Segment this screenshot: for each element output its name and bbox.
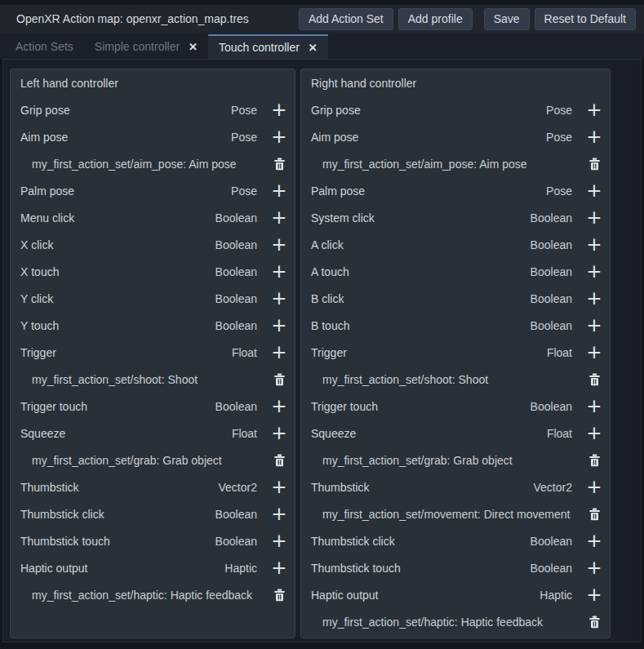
add-binding-button[interactable]: + — [267, 529, 291, 553]
plus-icon: + — [271, 343, 286, 362]
plus-icon: + — [271, 424, 286, 442]
plus-icon: + — [271, 262, 286, 281]
add-binding-button[interactable]: + — [267, 125, 291, 149]
action-label: Haptic output — [309, 589, 540, 602]
tab-action-sets[interactable]: Action Sets — [5, 34, 84, 59]
tab-touch-controller[interactable]: Touch controller ✕ — [208, 34, 328, 59]
delete-binding-button[interactable] — [267, 367, 291, 392]
add-binding-button[interactable]: + — [582, 475, 606, 500]
add-binding-button[interactable]: + — [582, 98, 606, 122]
delete-binding-button[interactable] — [267, 448, 291, 473]
close-tab-icon[interactable]: ✕ — [189, 42, 198, 52]
add-binding-button[interactable]: + — [582, 260, 606, 284]
binding-row: my_first_action_set/grab: Grab object — [19, 447, 291, 473]
action-label: Grip pose — [19, 104, 231, 117]
delete-binding-button[interactable] — [582, 152, 606, 176]
plus-icon: + — [586, 424, 602, 442]
close-tab-icon[interactable]: ✕ — [309, 42, 318, 53]
add-binding-button[interactable]: + — [582, 394, 606, 419]
action-row: Y click Boolean + — [19, 285, 291, 312]
add-binding-button[interactable]: + — [267, 313, 291, 338]
action-type-label: Boolean — [531, 238, 572, 251]
action-row: A click Boolean + — [309, 231, 606, 258]
tab-simple-controller[interactable]: Simple controller ✕ — [84, 34, 208, 59]
action-label: Trigger touch — [309, 400, 531, 413]
plus-icon: + — [271, 478, 286, 496]
add-binding-button[interactable]: + — [267, 421, 291, 446]
add-profile-button[interactable]: Add profile — [398, 8, 473, 30]
right-hand-rows: Grip pose Pose + Aim pose Pose + my_firs… — [309, 96, 606, 635]
plus-icon: + — [271, 127, 286, 146]
binding-label: my_first_action_set/aim_pose: Aim pose — [309, 158, 582, 171]
trash-icon — [588, 454, 601, 467]
action-type-label: Boolean — [215, 508, 257, 521]
binding-label: my_first_action_set/haptic: Haptic feedb… — [309, 616, 582, 629]
add-binding-button[interactable]: + — [582, 287, 606, 311]
add-binding-button[interactable]: + — [267, 98, 291, 122]
add-binding-button[interactable]: + — [267, 556, 291, 580]
action-row: Haptic output Haptic + — [309, 581, 606, 608]
plus-icon: + — [271, 531, 286, 550]
action-row: Thumbstick touch Boolean + — [19, 527, 291, 554]
binding-label: my_first_action_set/haptic: Haptic feedb… — [19, 589, 267, 602]
action-type-label: Pose — [546, 184, 572, 198]
action-label: Palm pose — [309, 184, 546, 198]
action-label: Trigger — [19, 346, 232, 359]
add-binding-button[interactable]: + — [582, 583, 606, 607]
add-binding-button[interactable]: + — [267, 260, 291, 284]
action-row: Grip pose Pose + — [19, 96, 291, 123]
action-label: Aim pose — [309, 131, 546, 144]
panel-title: Right hand controller — [309, 69, 606, 96]
add-binding-button[interactable]: + — [582, 556, 606, 580]
add-binding-button[interactable]: + — [582, 313, 606, 338]
action-row: Haptic output Haptic + — [19, 554, 291, 581]
add-binding-button[interactable]: + — [582, 529, 606, 553]
action-type-label: Boolean — [531, 535, 572, 548]
delete-binding-button[interactable] — [582, 610, 606, 634]
add-action-set-button[interactable]: Add Action Set — [299, 8, 393, 30]
tab-bar: Action Sets Simple controller ✕ Touch co… — [0, 33, 644, 59]
add-binding-button[interactable]: + — [267, 233, 291, 257]
add-binding-button[interactable]: + — [267, 394, 291, 419]
add-binding-button[interactable]: + — [582, 421, 606, 446]
plus-icon: + — [271, 505, 286, 523]
add-binding-button[interactable]: + — [267, 287, 291, 311]
trash-icon — [273, 589, 286, 602]
action-label: Grip pose — [309, 104, 546, 117]
add-binding-button[interactable]: + — [267, 179, 291, 203]
add-binding-button[interactable]: + — [582, 206, 606, 230]
action-label: Thumbstick — [309, 481, 534, 494]
add-binding-button[interactable]: + — [267, 502, 291, 527]
plus-icon: + — [586, 316, 602, 335]
panel-title: Left hand controller — [19, 69, 291, 96]
binding-row: my_first_action_set/grab: Grab object — [309, 447, 606, 473]
action-label: Palm pose — [19, 184, 231, 198]
action-row: Trigger Float + — [309, 339, 606, 366]
add-binding-button[interactable]: + — [582, 233, 606, 257]
binding-row: my_first_action_set/movement: Direct mov… — [309, 500, 606, 527]
delete-binding-button[interactable] — [582, 367, 606, 392]
plus-icon: + — [271, 397, 286, 416]
save-button[interactable]: Save — [484, 8, 530, 30]
binding-row: my_first_action_set/haptic: Haptic feedb… — [309, 608, 606, 635]
reset-to-default-button[interactable]: Reset to Default — [535, 8, 636, 30]
plus-icon: + — [271, 316, 286, 335]
action-label: Trigger — [309, 346, 547, 359]
delete-binding-button[interactable] — [267, 152, 291, 176]
plus-icon: + — [271, 235, 286, 254]
action-label: X click — [19, 238, 215, 251]
add-binding-button[interactable]: + — [582, 179, 606, 203]
trash-icon — [273, 158, 286, 171]
add-binding-button[interactable]: + — [267, 475, 291, 500]
add-binding-button[interactable]: + — [267, 206, 291, 230]
binding-label: my_first_action_set/shoot: Shoot — [309, 373, 582, 386]
action-label: Squeeze — [309, 427, 547, 440]
add-binding-button[interactable]: + — [267, 340, 291, 365]
action-label: Thumbstick touch — [309, 562, 531, 575]
add-binding-button[interactable]: + — [582, 125, 606, 149]
delete-binding-button[interactable] — [582, 448, 606, 473]
delete-binding-button[interactable] — [582, 502, 606, 527]
delete-binding-button[interactable] — [267, 583, 291, 607]
action-row: Thumbstick click Boolean + — [309, 527, 606, 554]
add-binding-button[interactable]: + — [582, 340, 606, 365]
